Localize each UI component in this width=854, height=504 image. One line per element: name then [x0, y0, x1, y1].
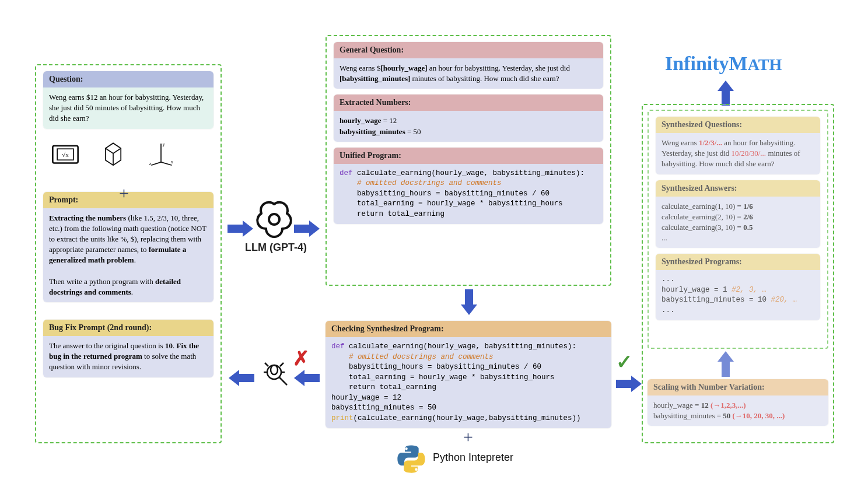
question-card: Question: Weng earns $12 an hour for bab… [43, 71, 214, 129]
arrow-check-fail-2 [229, 370, 254, 386]
svg-line-14 [265, 363, 268, 366]
synth-answers-card: Synthesized Answers: calculate_earning(1… [656, 180, 820, 249]
synth-questions-header: Synthesized Questions: [656, 117, 820, 133]
checking-card: Checking Synthesized Program: def calcul… [326, 321, 611, 428]
bugfix-card: Bug Fix Prompt (2nd round): The answer t… [43, 320, 214, 377]
synth-programs-header: Synthesized Programs: [656, 254, 820, 270]
python-label: Python Intepreter [433, 452, 513, 464]
svg-text:z: z [149, 161, 152, 166]
prompt-card: Prompt: Extracting the numbers (like 1.5… [43, 192, 214, 303]
arrow-to-llm [228, 220, 253, 237]
svg-text:√x: √x [62, 151, 69, 158]
checking-header: Checking Synthesized Program: [326, 321, 611, 337]
bugfix-body: The answer to the original question is 1… [43, 336, 214, 377]
arrow-to-title [718, 80, 734, 106]
plus-icon-2: + [463, 427, 473, 447]
math-icons-row: √x yzx [36, 135, 220, 166]
general-question-card: General Question: Weng earns $[hourly_wa… [334, 42, 603, 89]
synth-questions-body: Weng earns 1/2/3/... an hour for babysit… [656, 133, 820, 174]
synth-programs-card: Synthesized Programs: ...hourly_wage = 1… [656, 254, 820, 320]
cube-icon [98, 141, 128, 166]
scaling-header: Scaling with Number Variation: [648, 379, 828, 396]
bugfix-header: Bug Fix Prompt (2nd round): [43, 320, 214, 336]
infinitymath-title: InfinityMATH [665, 52, 782, 75]
bug-icon [261, 359, 290, 388]
extracted-numbers-header: Extracted Numbers: [334, 94, 603, 111]
svg-line-5 [161, 162, 172, 165]
extracted-numbers-body: hourly_wage = 12babysitting_minutes = 50 [334, 111, 603, 141]
arrow-check-pass [616, 376, 642, 392]
svg-line-15 [280, 363, 284, 366]
center-top-group: General Question: Weng earns $[hourly_wa… [326, 35, 611, 286]
svg-point-9 [269, 214, 279, 225]
general-question-body: Weng earns $[hourly_wage] an hour for ba… [334, 58, 603, 89]
arrow-from-llm [294, 220, 320, 237]
prompt-body: Extracting the numbers (like 1.5, 2/3, 1… [43, 208, 214, 303]
python-icon [396, 443, 427, 475]
question-body: Weng earns $12 an hour for babysitting. … [43, 88, 214, 129]
synth-questions-card: Synthesized Questions: Weng earns 1/2/3/… [656, 117, 820, 174]
right-bottom-group: Scaling with Number Variation: hourly_wa… [648, 379, 828, 438]
scaling-card: Scaling with Number Variation: hourly_wa… [648, 379, 828, 426]
question-header: Question: [43, 71, 214, 88]
right-top-group: Synthesized Questions: Weng earns 1/2/3/… [648, 110, 828, 349]
center-bottom-group: Checking Synthesized Program: def calcul… [326, 321, 611, 478]
svg-text:y: y [163, 141, 165, 146]
llm-label: LLM (GPT-4) [245, 242, 307, 254]
unified-program-body: def calculate_earning(hourly_wage, babys… [334, 164, 603, 225]
check-icon: ✓ [616, 350, 632, 373]
svg-point-11 [415, 468, 417, 471]
extracted-numbers-card: Extracted Numbers: hourly_wage = 12babys… [334, 94, 603, 141]
gpt-icon [256, 201, 293, 238]
arrow-check-fail-1 [294, 370, 320, 386]
synth-answers-header: Synthesized Answers: [656, 180, 820, 197]
arrow-center-down [461, 289, 477, 315]
plus-icon: + [119, 183, 129, 203]
svg-line-18 [279, 377, 287, 385]
scaling-body: hourly_wage = 12 (→1,2,3,...)babysitting… [648, 396, 828, 426]
general-question-header: General Question: [334, 42, 603, 58]
svg-line-4 [151, 162, 161, 165]
arrow-scaling-up [718, 351, 734, 377]
synth-programs-body: ...hourly_wage = 1 #2, 3, …babysitting_m… [656, 270, 820, 320]
cross-icon: ✗ [293, 346, 309, 370]
svg-point-13 [271, 365, 278, 374]
svg-point-12 [267, 365, 281, 379]
calc-icon: √x [50, 141, 80, 166]
unified-program-header: Unified Program: [334, 148, 603, 164]
synth-answers-body: calculate_earning(1, 10) = 1/6calculate_… [656, 197, 820, 249]
unified-program-card: Unified Program: def calculate_earning(h… [334, 148, 603, 225]
left-dashed-group: Question: Weng earns $12 an hour for bab… [35, 64, 222, 443]
diagram-canvas: Question: Weng earns $12 an hour for bab… [35, 35, 828, 478]
svg-text:x: x [171, 159, 173, 164]
axes-icon: yzx [146, 141, 176, 166]
svg-point-10 [405, 447, 407, 450]
checking-body: def calculate_earning(hourly_wage, babys… [326, 337, 611, 428]
